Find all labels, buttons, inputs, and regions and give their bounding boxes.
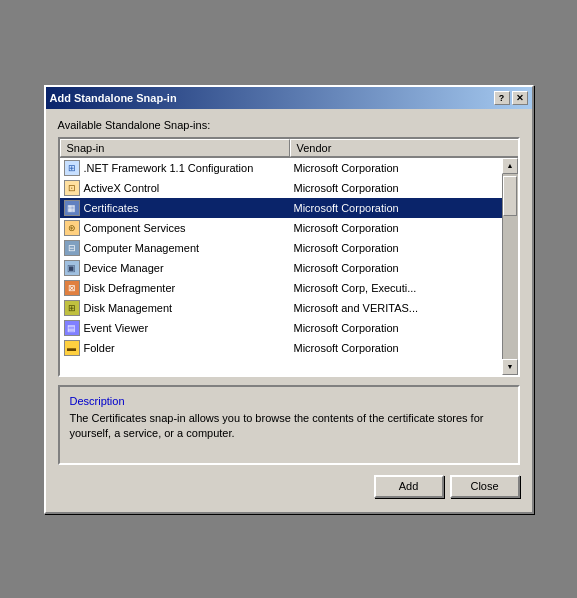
list-item[interactable]: ▦ Certificates Microsoft Corporation	[60, 198, 502, 218]
snap-in-name: ⊟ Computer Management	[60, 239, 288, 257]
close-dialog-button[interactable]: Close	[450, 475, 520, 498]
snap-in-icon: ⊡	[64, 180, 80, 196]
snap-in-vendor: Microsoft Corporation	[288, 261, 502, 275]
snap-in-icon: ⊛	[64, 220, 80, 236]
add-button[interactable]: Add	[374, 475, 444, 498]
scrollbar[interactable]: ▲ ▼	[502, 158, 518, 375]
title-bar-controls: ? ✕	[494, 91, 528, 105]
snap-in-icon: ▦	[64, 200, 80, 216]
snap-in-name: ⊡ ActiveX Control	[60, 179, 288, 197]
snap-in-name: ▤ Event Viewer	[60, 319, 288, 337]
snap-in-name: ⊠ Disk Defragmenter	[60, 279, 288, 297]
snap-in-name: ▣ Device Manager	[60, 259, 288, 277]
list-header: Snap-in Vendor	[60, 139, 518, 158]
section-label: Available Standalone Snap-ins:	[58, 119, 520, 131]
button-row: Add Close	[58, 475, 520, 502]
snap-in-name: ⊞ Disk Management	[60, 299, 288, 317]
list-item[interactable]: ⊠ Disk Defragmenter Microsoft Corp, Exec…	[60, 278, 502, 298]
list-item[interactable]: ⊛ Component Services Microsoft Corporati…	[60, 218, 502, 238]
snap-in-name: ▬ Folder	[60, 339, 288, 357]
scroll-up-button[interactable]: ▲	[502, 158, 518, 174]
dialog-window: Add Standalone Snap-in ? ✕ Available Sta…	[44, 85, 534, 514]
snap-in-icon: ⊠	[64, 280, 80, 296]
snap-in-column-header: Snap-in	[60, 139, 290, 157]
snap-in-vendor: Microsoft and VERITAS...	[288, 301, 502, 315]
list-item[interactable]: ⊞ .NET Framework 1.1 Configuration Micro…	[60, 158, 502, 178]
snap-in-vendor: Microsoft Corp, Executi...	[288, 281, 502, 295]
snap-in-list-container: Snap-in Vendor ⊞ .NET Framework 1.1 Conf…	[58, 137, 520, 377]
snap-in-vendor: Microsoft Corporation	[288, 201, 502, 215]
scroll-track[interactable]	[503, 174, 518, 359]
description-title: Description	[70, 395, 508, 407]
dialog-content: Available Standalone Snap-ins: Snap-in V…	[46, 109, 532, 512]
snap-in-icon: ▣	[64, 260, 80, 276]
vendor-column-header: Vendor	[290, 139, 518, 157]
snap-in-vendor: Microsoft Corporation	[288, 181, 502, 195]
description-text: The Certificates snap-in allows you to b…	[70, 411, 508, 442]
list-scroll-area: ⊞ .NET Framework 1.1 Configuration Micro…	[60, 158, 518, 375]
scroll-thumb[interactable]	[503, 176, 517, 216]
snap-in-name: ⊞ .NET Framework 1.1 Configuration	[60, 159, 288, 177]
snap-in-icon: ⊟	[64, 240, 80, 256]
help-button[interactable]: ?	[494, 91, 510, 105]
snap-in-list: ⊞ .NET Framework 1.1 Configuration Micro…	[60, 158, 502, 375]
snap-in-vendor: Microsoft Corporation	[288, 341, 502, 355]
snap-in-vendor: Microsoft Corporation	[288, 221, 502, 235]
list-item[interactable]: ▣ Device Manager Microsoft Corporation	[60, 258, 502, 278]
snap-in-icon: ⊞	[64, 300, 80, 316]
snap-in-vendor: Microsoft Corporation	[288, 161, 502, 175]
scroll-down-button[interactable]: ▼	[502, 359, 518, 375]
snap-in-icon: ⊞	[64, 160, 80, 176]
list-item[interactable]: ▤ Event Viewer Microsoft Corporation	[60, 318, 502, 338]
title-bar: Add Standalone Snap-in ? ✕	[46, 87, 532, 109]
description-area: Description The Certificates snap-in all…	[58, 385, 520, 465]
dialog-title: Add Standalone Snap-in	[50, 92, 177, 104]
snap-in-vendor: Microsoft Corporation	[288, 241, 502, 255]
snap-in-name: ⊛ Component Services	[60, 219, 288, 237]
snap-in-name: ▦ Certificates	[60, 199, 288, 217]
snap-in-icon: ▬	[64, 340, 80, 356]
window-close-button[interactable]: ✕	[512, 91, 528, 105]
list-item[interactable]: ▬ Folder Microsoft Corporation	[60, 338, 502, 358]
snap-in-vendor: Microsoft Corporation	[288, 321, 502, 335]
list-item[interactable]: ⊟ Computer Management Microsoft Corporat…	[60, 238, 502, 258]
list-item[interactable]: ⊡ ActiveX Control Microsoft Corporation	[60, 178, 502, 198]
list-item[interactable]: ⊞ Disk Management Microsoft and VERITAS.…	[60, 298, 502, 318]
snap-in-icon: ▤	[64, 320, 80, 336]
